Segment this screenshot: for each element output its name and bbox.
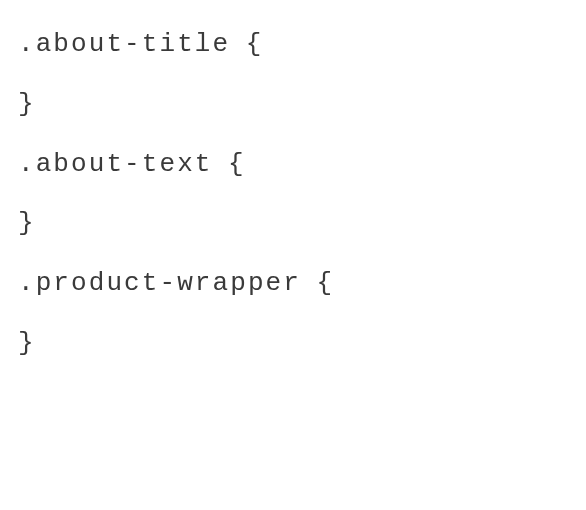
- brace-close: }: [18, 327, 568, 361]
- selector-name: about-title: [36, 29, 231, 59]
- css-code-block: .about-title{ } .about-text{ } .product-…: [18, 28, 568, 361]
- dot-punct: .: [18, 268, 36, 298]
- brace-open: {: [246, 29, 264, 59]
- dot-punct: .: [18, 29, 36, 59]
- brace-open: {: [317, 268, 335, 298]
- selector-name: product-wrapper: [36, 268, 301, 298]
- css-rule: .about-title{ }: [18, 28, 568, 122]
- dot-punct: .: [18, 149, 36, 179]
- selector-line: .about-title{: [18, 28, 568, 62]
- brace-open: {: [228, 149, 246, 179]
- css-rule: .product-wrapper{ }: [18, 267, 568, 361]
- css-rule: .about-text{ }: [18, 148, 568, 242]
- brace-close: }: [18, 88, 568, 122]
- selector-line: .product-wrapper{: [18, 267, 568, 301]
- selector-line: .about-text{: [18, 148, 568, 182]
- selector-name: about-text: [36, 149, 213, 179]
- brace-close: }: [18, 207, 568, 241]
